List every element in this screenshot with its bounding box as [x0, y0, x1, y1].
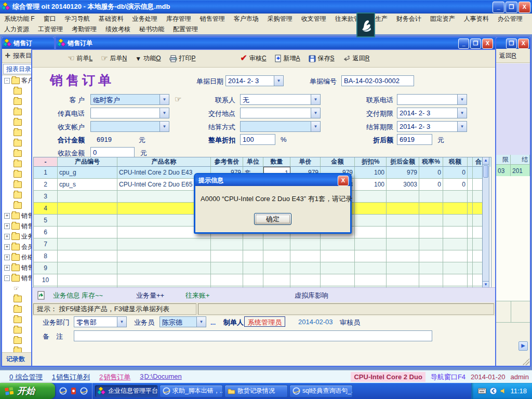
grid-cell[interactable]	[443, 274, 468, 286]
grid-cell[interactable]	[117, 250, 211, 262]
grid-cell[interactable]: 3003	[387, 179, 419, 191]
grid-column-header[interactable]: 单价	[290, 157, 321, 167]
grid-cell[interactable]	[117, 274, 211, 286]
grid-column-header[interactable]: 金额	[321, 157, 355, 167]
grid-cell[interactable]	[58, 227, 117, 238]
toolbar-button-O[interactable]: ▼功能O	[131, 52, 165, 65]
menu-item[interactable]: 系统功能 F	[4, 15, 35, 23]
grid-cell[interactable]	[387, 250, 419, 262]
toolbar-button-L[interactable]: ☜前单L	[63, 52, 97, 65]
phone-select[interactable]: ▼	[397, 94, 467, 105]
ie-icon[interactable]	[59, 387, 67, 395]
contact-select[interactable]: 无▼	[240, 94, 321, 105]
row-number[interactable]: 6	[34, 227, 58, 238]
grid-cell[interactable]: 979	[387, 167, 419, 179]
row-number[interactable]: 3	[34, 191, 58, 203]
grid-column-header[interactable]: 参考售价	[211, 157, 243, 167]
grid-cell[interactable]	[263, 238, 290, 250]
order-list-close-button[interactable]: X	[518, 38, 529, 49]
grid-cell[interactable]	[211, 274, 243, 286]
grid-cell[interactable]	[321, 250, 355, 262]
grid-cell[interactable]	[263, 250, 290, 262]
grid-cell[interactable]	[290, 262, 321, 274]
grid-cell[interactable]	[468, 250, 473, 262]
order-no-input[interactable]: BA-14-02-03-0002	[341, 75, 414, 86]
grid-cell[interactable]	[355, 215, 387, 227]
grid-cell[interactable]	[321, 238, 355, 250]
grid-cell[interactable]	[443, 215, 468, 227]
order-list-titlebar[interactable]: ❐ X	[496, 37, 530, 49]
grid-column-header[interactable]: -	[34, 157, 58, 167]
grid-cell[interactable]	[468, 179, 473, 191]
grid-column-header[interactable]: 折扣%	[355, 157, 387, 167]
row-number[interactable]: 8	[34, 250, 58, 262]
nav-window-link[interactable]: 导航窗口F4	[431, 373, 466, 382]
ok-button[interactable]: 确定	[254, 213, 291, 225]
discount-input[interactable]: 100	[240, 134, 275, 145]
menu-item[interactable]: 绩效考核	[105, 25, 130, 34]
scroll-up-button[interactable]: ▲	[483, 157, 489, 165]
menu-item[interactable]: 考勤管理	[72, 25, 97, 34]
ie-icon[interactable]	[80, 387, 88, 395]
media-icon[interactable]	[70, 387, 77, 395]
grid-cell[interactable]	[243, 274, 263, 286]
grid-cell[interactable]	[355, 203, 387, 215]
deliver-select[interactable]: 2014- 2- 3▼	[397, 108, 467, 118]
dialog-close-button[interactable]: X	[338, 176, 349, 186]
grid-cell[interactable]	[355, 227, 387, 238]
grid-cell[interactable]	[387, 215, 419, 227]
expand-icon[interactable]: +	[4, 213, 10, 219]
settle-select[interactable]: ▼	[240, 121, 321, 132]
clock[interactable]: 11:18	[510, 387, 527, 395]
grid-row[interactable]: 7	[34, 238, 491, 250]
grid-cell[interactable]	[290, 274, 321, 286]
info-bar-item[interactable]: 库存~~	[82, 291, 103, 300]
menu-item[interactable]: 销售管理	[200, 15, 225, 23]
grid-cell[interactable]	[243, 262, 263, 274]
grid-column-header[interactable]: 税额	[443, 157, 468, 167]
grid-cell[interactable]	[468, 167, 473, 179]
grid-cell[interactable]	[419, 238, 443, 250]
start-button[interactable]: 开始	[0, 383, 55, 399]
row-number[interactable]: 4	[34, 203, 58, 215]
grid-cell[interactable]	[468, 215, 473, 227]
grid-cell[interactable]	[290, 238, 321, 250]
grid-cell[interactable]: 0	[419, 167, 443, 179]
info-bar-item[interactable]: 业务量++	[136, 291, 164, 300]
order-minimize-button[interactable]: _	[458, 38, 469, 49]
menu-item[interactable]: 工资管理	[38, 25, 63, 34]
grid-column-header[interactable]: 单位	[243, 157, 263, 167]
grid-cell[interactable]	[117, 238, 211, 250]
grid-row[interactable]: 10	[34, 274, 491, 286]
grid-column-header[interactable]: 折后金额	[387, 157, 419, 167]
order-date-select[interactable]: 2014- 2- 3▼	[225, 75, 284, 86]
scrollbar-thumb[interactable]	[483, 165, 488, 178]
menu-item[interactable]: 收支管理	[301, 15, 326, 23]
grid-cell[interactable]	[355, 191, 387, 203]
row-number[interactable]: 1	[34, 167, 58, 179]
toolbar-button-P[interactable]: 打印P	[165, 52, 200, 65]
grid-cell[interactable]	[211, 238, 243, 250]
task-button[interactable]: 散货记录情况	[224, 385, 288, 397]
menu-item[interactable]: 业务处理	[132, 15, 157, 23]
row-number[interactable]: 9	[34, 262, 58, 274]
grid-column-header[interactable]: 产品名称	[117, 157, 211, 167]
salesman-more-button[interactable]: ...	[210, 319, 216, 326]
window-tab[interactable]: 2销售订单	[99, 373, 130, 382]
menu-item[interactable]: 人力资源	[4, 25, 29, 34]
row-number[interactable]: 7	[34, 238, 58, 250]
grid-cell[interactable]	[211, 262, 243, 274]
grid-cell[interactable]	[419, 262, 443, 274]
menu-item[interactable]: 窗口	[44, 15, 56, 23]
grid-cell[interactable]	[243, 238, 263, 250]
grid-cell[interactable]	[290, 250, 321, 262]
collapse-icon[interactable]: -	[4, 78, 10, 84]
menu-item[interactable]: 库存管理	[166, 15, 191, 23]
customer-select[interactable]: 临时客户▼	[90, 94, 169, 105]
grid-cell[interactable]	[387, 262, 419, 274]
menu-item[interactable]: 办公管理	[498, 15, 523, 23]
grid-cell[interactable]: 100	[355, 167, 387, 179]
grid-cell[interactable]	[387, 191, 419, 203]
dialog-titlebar[interactable]: 提示信息 X	[195, 175, 350, 186]
grid-cell[interactable]	[58, 274, 117, 286]
